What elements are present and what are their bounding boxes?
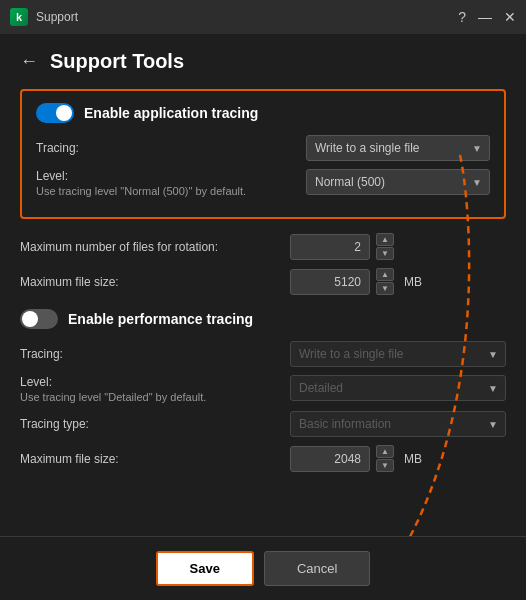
max-files-input-wrapper: ▲ ▼ [290, 233, 506, 260]
max-size-down[interactable]: ▼ [376, 282, 394, 295]
rotation-section: Maximum number of files for rotation: ▲ … [20, 233, 506, 295]
level-sub-label: Use tracing level "Normal (500)" by defa… [36, 185, 306, 197]
perf-tracing-title: Enable performance tracing [68, 311, 253, 327]
max-files-down[interactable]: ▼ [376, 247, 394, 260]
app-tracing-toggle[interactable] [36, 103, 74, 123]
perf-max-size-spinner: ▲ ▼ [376, 445, 394, 472]
tracing-select-wrapper: Write to a single file ▼ [306, 135, 490, 161]
title-bar: k Support ? — ✕ [0, 0, 526, 34]
max-files-spinner: ▲ ▼ [376, 233, 394, 260]
level-select[interactable]: Normal (500) [306, 169, 490, 195]
perf-toggle-knob [22, 311, 38, 327]
perf-max-size-unit: MB [404, 452, 422, 466]
perf-max-size-down[interactable]: ▼ [376, 459, 394, 472]
level-row: Level: Use tracing level "Normal (500)" … [36, 169, 490, 197]
title-bar-text: Support [36, 10, 78, 24]
tracing-row: Tracing: Write to a single file ▼ [36, 135, 490, 161]
perf-type-label: Tracing type: [20, 417, 290, 431]
max-size-input-wrapper: ▲ ▼ MB [290, 268, 506, 295]
tracing-select[interactable]: Write to a single file [306, 135, 490, 161]
max-size-unit: MB [404, 275, 422, 289]
perf-tracing-select[interactable]: Write to a single file [290, 341, 506, 367]
minimize-button[interactable]: — [478, 9, 492, 25]
help-button[interactable]: ? [458, 9, 466, 25]
perf-tracing-row: Tracing: Write to a single file ▼ [20, 341, 506, 367]
max-size-input[interactable] [290, 269, 370, 295]
perf-max-size-label: Maximum file size: [20, 452, 290, 466]
max-files-input[interactable] [290, 234, 370, 260]
tracing-label: Tracing: [36, 141, 306, 155]
level-label-block: Level: Use tracing level "Normal (500)" … [36, 169, 306, 197]
perf-level-label-block: Level: Use tracing level "Detailed" by d… [20, 375, 290, 403]
perf-max-size-up[interactable]: ▲ [376, 445, 394, 458]
perf-level-label: Level: [20, 375, 290, 389]
max-size-label: Maximum file size: [20, 275, 290, 289]
perf-max-size-input[interactable] [290, 446, 370, 472]
max-size-spinner: ▲ ▼ [376, 268, 394, 295]
max-files-row: Maximum number of files for rotation: ▲ … [20, 233, 506, 260]
perf-max-size-input-wrapper: ▲ ▼ MB [290, 445, 506, 472]
max-size-row: Maximum file size: ▲ ▼ MB [20, 268, 506, 295]
perf-tracing-toggle[interactable] [20, 309, 58, 329]
perf-max-size-row: Maximum file size: ▲ ▼ MB [20, 445, 506, 472]
title-bar-controls: ? — ✕ [458, 9, 516, 25]
perf-level-select[interactable]: Detailed [290, 375, 506, 401]
close-button[interactable]: ✕ [504, 9, 516, 25]
cancel-button[interactable]: Cancel [264, 551, 370, 586]
perf-level-row: Level: Use tracing level "Detailed" by d… [20, 375, 506, 403]
toggle-knob [56, 105, 72, 121]
page-header: ← Support Tools [20, 50, 506, 73]
page-title: Support Tools [50, 50, 184, 73]
app-tracing-section: Enable application tracing Tracing: Writ… [20, 89, 506, 219]
perf-type-select[interactable]: Basic information [290, 411, 506, 437]
main-content: ← Support Tools Enable application traci… [0, 34, 526, 502]
app-icon: k [10, 8, 28, 26]
back-arrow[interactable]: ← [20, 51, 38, 72]
level-select-wrapper: Normal (500) ▼ [306, 169, 490, 195]
perf-type-row: Tracing type: Basic information ▼ [20, 411, 506, 437]
level-label: Level: [36, 169, 306, 183]
perf-tracing-label: Tracing: [20, 347, 290, 361]
save-button[interactable]: Save [156, 551, 254, 586]
footer: Save Cancel [0, 536, 526, 600]
perf-tracing-select-wrapper: Write to a single file ▼ [290, 341, 506, 367]
perf-tracing-header: Enable performance tracing [20, 309, 506, 329]
app-tracing-title: Enable application tracing [84, 105, 258, 121]
max-files-up[interactable]: ▲ [376, 233, 394, 246]
perf-tracing-section: Enable performance tracing Tracing: Writ… [20, 309, 506, 472]
max-size-up[interactable]: ▲ [376, 268, 394, 281]
title-bar-left: k Support [10, 8, 78, 26]
perf-type-select-wrapper: Basic information ▼ [290, 411, 506, 437]
perf-level-sub-label: Use tracing level "Detailed" by default. [20, 391, 290, 403]
perf-level-select-wrapper: Detailed ▼ [290, 375, 506, 401]
max-files-label: Maximum number of files for rotation: [20, 240, 290, 254]
app-tracing-header: Enable application tracing [36, 103, 490, 123]
